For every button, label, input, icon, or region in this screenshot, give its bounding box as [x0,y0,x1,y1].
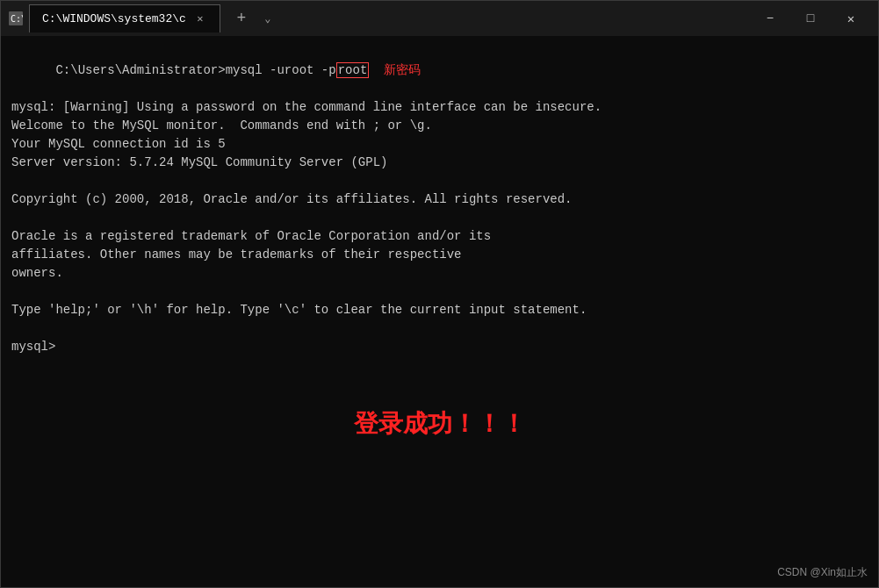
terminal-line-3: Welcome to the MySQL monitor. Commands e… [11,117,868,135]
terminal-window: C:\ C:\WINDOWS\system32\c ✕ + ⌄ − □ ✕ C:… [0,0,879,588]
terminal-line-4: Your MySQL connection id is 5 [11,135,868,154]
terminal-line-2: mysql: [Warning] Using a password on the… [11,98,868,117]
new-tab-button[interactable]: + [229,6,254,31]
terminal-line-9: Oracle is a registered trademark of Orac… [11,227,868,246]
terminal-line-15: mysql> [11,338,868,356]
terminal-line-1: C:\Users\Administrator>mysql -uroot -pro… [11,43,868,98]
terminal-line-13: Type 'help;' or '\h' for help. Type '\c'… [11,301,868,319]
svg-text:C:\: C:\ [11,14,23,24]
terminal-body[interactable]: C:\Users\Administrator>mysql -uroot -pro… [1,36,878,587]
blank-line-4 [11,319,868,338]
blank-line-2 [11,209,868,227]
command-prefix: C:\Users\Administrator>mysql -uroot -p [55,63,335,77]
minimize-button[interactable]: − [750,4,790,32]
watermark: CSDN @Xin如止水 [777,564,868,580]
terminal-icon: C:\ [8,11,24,26]
window-controls: − □ ✕ [750,4,871,32]
maximize-button[interactable]: □ [790,4,831,32]
close-button[interactable]: ✕ [831,4,871,32]
blank-line-6 [11,375,868,393]
terminal-line-11: owners. [11,264,868,283]
terminal-line-5: Server version: 5.7.24 MySQL Community S… [11,154,868,172]
tab-close-button[interactable]: ✕ [193,12,207,26]
blank-line-3 [11,283,868,301]
new-password-label: 新密码 [369,63,421,77]
blank-line-5 [11,356,868,375]
blank-line-1 [11,172,868,190]
titlebar-left: C:\ C:\WINDOWS\system32\c ✕ + ⌄ [8,4,277,32]
tab-title: C:\WINDOWS\system32\c [42,12,186,25]
terminal-line-10: affiliates. Other names may be trademark… [11,246,868,264]
tab-dropdown-button[interactable]: ⌄ [259,6,277,31]
terminal-line-7: Copyright (c) 2000, 2018, Oracle and/or … [11,190,868,209]
titlebar: C:\ C:\WINDOWS\system32\c ✕ + ⌄ − □ ✕ [1,1,878,36]
password-highlight: root [336,62,370,78]
active-tab[interactable]: C:\WINDOWS\system32\c ✕ [29,4,220,32]
success-message: 登录成功！！！ [11,407,868,444]
password-text: root [338,63,368,77]
